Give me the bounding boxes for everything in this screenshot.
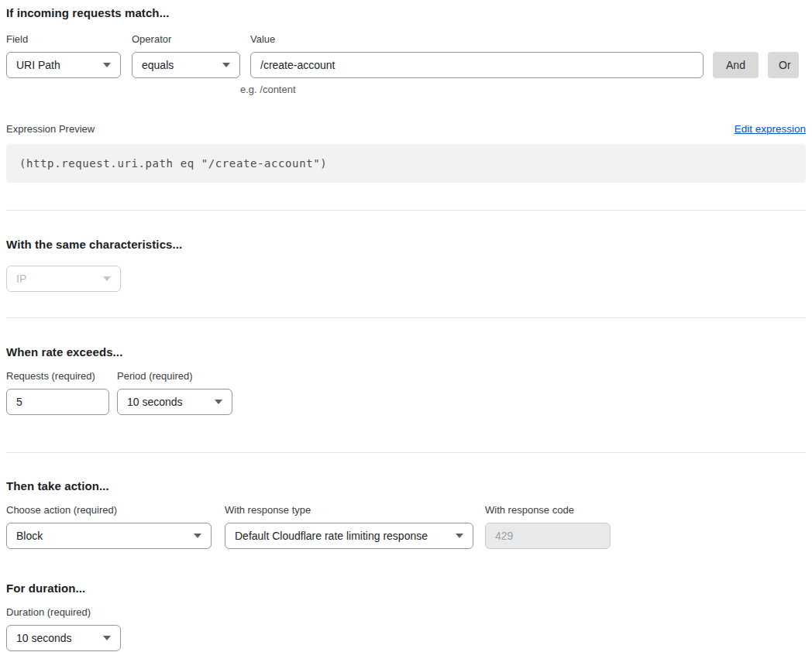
operator-select-value: equals (142, 59, 174, 71)
duration-label: Duration (required) (6, 606, 806, 618)
duration-select-value: 10 seconds (16, 632, 72, 644)
period-select-value: 10 seconds (127, 396, 183, 408)
choose-action-select[interactable]: Block (6, 523, 212, 549)
value-field-wrap: e.g. /content (240, 52, 704, 95)
match-labels-row: Field Operator Value (6, 33, 806, 45)
section-duration: For duration... Duration (required) 10 s… (6, 582, 806, 651)
response-code-input (485, 523, 611, 549)
chevron-down-icon (456, 534, 463, 538)
action-inputs-row: Block Default Cloudflare rate limiting r… (6, 523, 806, 549)
section-title-incoming-requests: If incoming requests match... (6, 6, 806, 19)
operator-select[interactable]: equals (132, 52, 240, 78)
expression-preview-label: Expression Preview (6, 123, 95, 135)
characteristic-select: IP (6, 266, 121, 292)
value-input[interactable] (250, 52, 704, 78)
period-select[interactable]: 10 seconds (117, 389, 232, 415)
field-label: Field (6, 33, 132, 45)
duration-select[interactable]: 10 seconds (6, 625, 121, 651)
expression-preview-header: Expression Preview Edit expression (6, 123, 806, 135)
value-hint: e.g. /content (240, 84, 704, 95)
section-incoming-requests: If incoming requests match... Field Oper… (6, 6, 806, 183)
chevron-down-icon (103, 63, 111, 67)
section-title-characteristics: With the same characteristics... (6, 238, 806, 251)
section-rate: When rate exceeds... Requests (required)… (6, 345, 806, 415)
chevron-down-icon (103, 276, 111, 281)
response-type-label: With response type (225, 504, 485, 516)
match-inputs-row: URI Path equals e.g. /content And Or (6, 52, 806, 95)
choose-action-label: Choose action (required) (6, 504, 225, 516)
section-divider (6, 452, 806, 453)
characteristic-select-value: IP (16, 273, 26, 285)
requests-input[interactable] (6, 389, 109, 415)
and-button[interactable]: And (713, 52, 759, 78)
section-title-rate: When rate exceeds... (6, 345, 806, 359)
section-title-action: Then take action... (6, 479, 806, 492)
requests-label: Requests (required) (6, 370, 117, 382)
rate-labels-row: Requests (required) Period (required) (6, 370, 806, 382)
chevron-down-icon (222, 63, 230, 67)
response-type-select-value: Default Cloudflare rate limiting respons… (235, 530, 428, 542)
section-characteristics: With the same characteristics... IP (6, 238, 806, 292)
rate-limiting-rule-form: If incoming requests match... Field Oper… (0, 0, 812, 652)
section-divider (6, 210, 806, 211)
section-title-duration: For duration... (6, 582, 806, 595)
choose-action-select-value: Block (16, 530, 43, 542)
response-type-select[interactable]: Default Cloudflare rate limiting respons… (225, 523, 473, 549)
action-labels-row: Choose action (required) With response t… (6, 504, 806, 516)
expression-preview-code: (http.request.uri.path eq "/create-accou… (6, 144, 806, 183)
period-label: Period (required) (117, 370, 193, 382)
rate-inputs-row: 10 seconds (6, 389, 806, 415)
operator-label: Operator (132, 33, 250, 45)
value-label: Value (250, 33, 275, 45)
field-select[interactable]: URI Path (6, 52, 121, 78)
response-code-label: With response code (485, 504, 574, 516)
section-divider (6, 317, 806, 318)
field-select-value: URI Path (16, 59, 60, 71)
chevron-down-icon (215, 400, 222, 404)
chevron-down-icon (103, 636, 111, 640)
or-button[interactable]: Or (768, 52, 799, 78)
section-action: Then take action... Choose action (requi… (6, 479, 806, 549)
edit-expression-link[interactable]: Edit expression (735, 123, 806, 135)
chevron-down-icon (194, 534, 201, 538)
